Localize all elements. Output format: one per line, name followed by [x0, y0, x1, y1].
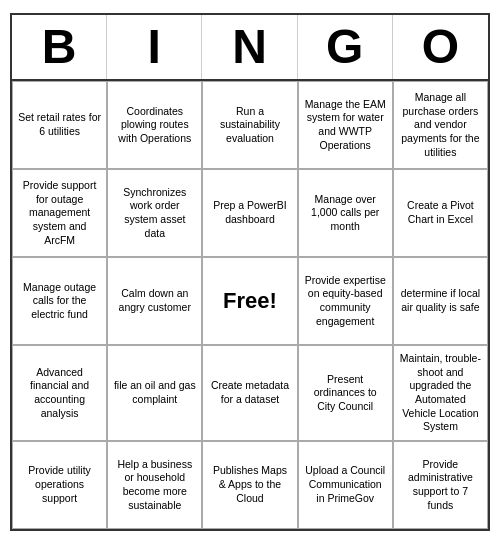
bingo-cell-1[interactable]: Coordinates plowing routes with Operatio… [107, 81, 202, 169]
bingo-cell-20[interactable]: Provide utility operations support [12, 441, 107, 529]
bingo-cell-2[interactable]: Run a sustainability evaluation [202, 81, 297, 169]
bingo-letter-g: G [298, 15, 393, 79]
bingo-cell-13[interactable]: Provide expertise on equity-based commun… [298, 257, 393, 345]
bingo-cell-10[interactable]: Manage outage calls for the electric fun… [12, 257, 107, 345]
bingo-cell-9[interactable]: Create a Pivot Chart in Excel [393, 169, 488, 257]
bingo-letter-o: O [393, 15, 488, 79]
bingo-cell-15[interactable]: Advanced financial and accounting analys… [12, 345, 107, 441]
bingo-cell-6[interactable]: Synchronizes work order system asset dat… [107, 169, 202, 257]
bingo-cell-24[interactable]: Provide administrative support to 7 fund… [393, 441, 488, 529]
bingo-cell-5[interactable]: Provide support for outage management sy… [12, 169, 107, 257]
bingo-cell-4[interactable]: Manage all purchase orders and vendor pa… [393, 81, 488, 169]
bingo-cell-22[interactable]: Publishes Maps & Apps to the Cloud [202, 441, 297, 529]
bingo-cell-23[interactable]: Upload a Council Communication in PrimeG… [298, 441, 393, 529]
bingo-cell-3[interactable]: Manage the EAM system for water and WWTP… [298, 81, 393, 169]
bingo-cell-14[interactable]: determine if local air quality is safe [393, 257, 488, 345]
bingo-letter-i: I [107, 15, 202, 79]
bingo-cell-19[interactable]: Maintain, trouble-shoot and upgraded the… [393, 345, 488, 441]
bingo-cell-16[interactable]: file an oil and gas complaint [107, 345, 202, 441]
bingo-cell-8[interactable]: Manage over 1,000 calls per month [298, 169, 393, 257]
bingo-grid: Set retail rates for 6 utilitiesCoordina… [12, 81, 488, 529]
bingo-cell-18[interactable]: Present ordinances to City Council [298, 345, 393, 441]
bingo-letter-n: N [202, 15, 297, 79]
bingo-cell-11[interactable]: Calm down an angry customer [107, 257, 202, 345]
bingo-cell-7[interactable]: Prep a PowerBI dashboard [202, 169, 297, 257]
bingo-header: BINGO [12, 15, 488, 81]
bingo-card: BINGO Set retail rates for 6 utilitiesCo… [10, 13, 490, 531]
bingo-cell-0[interactable]: Set retail rates for 6 utilities [12, 81, 107, 169]
bingo-cell-21[interactable]: Help a business or household become more… [107, 441, 202, 529]
bingo-letter-b: B [12, 15, 107, 79]
bingo-cell-12[interactable]: Free! [202, 257, 297, 345]
bingo-cell-17[interactable]: Create metadata for a dataset [202, 345, 297, 441]
